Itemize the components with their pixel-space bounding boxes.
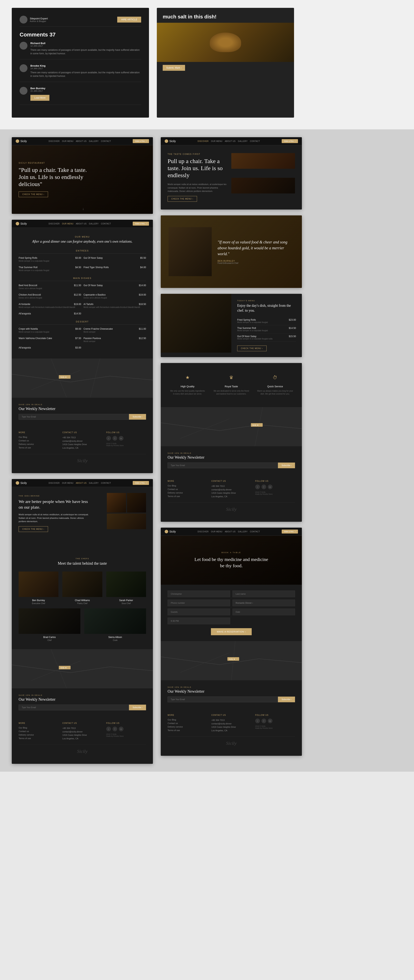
service-title: Royal Taste: [213, 385, 249, 388]
footer-link[interactable]: Delivery service: [19, 443, 59, 445]
quick-service-icon: ⏱: [271, 375, 279, 383]
footer-link[interactable]: Delivery service: [167, 725, 207, 728]
nav-about[interactable]: About Us: [76, 482, 87, 484]
nav-gallery[interactable]: Gallery: [89, 140, 99, 142]
check-menu-button[interactable]: Check the menu ›: [167, 196, 197, 202]
nav-discover[interactable]: Discover: [49, 482, 60, 484]
footer-link[interactable]: Our Blog: [19, 727, 59, 729]
nav-cta[interactable]: Make a Res.. ›: [133, 222, 149, 226]
nav-contact[interactable]: Contact: [101, 482, 111, 484]
facebook-icon[interactable]: f: [113, 727, 117, 731]
check-menu-button[interactable]: Check the menu ›: [237, 345, 267, 351]
nav-discover[interactable]: Discover: [49, 223, 60, 225]
nav-cta[interactable]: Make a Res.. ›: [133, 139, 149, 143]
footer-link[interactable]: Contact us: [19, 730, 59, 732]
author-avatar: [20, 16, 27, 24]
subscribe-button[interactable]: Subscribe ›: [278, 697, 295, 702]
footer-link[interactable]: Contact us: [19, 439, 59, 442]
make-reservation-button[interactable]: Make a Reservation ›: [211, 628, 252, 635]
submit-button[interactable]: Submit, Mark ›: [163, 65, 185, 71]
newsletter-input[interactable]: [167, 697, 278, 702]
phone-input[interactable]: [167, 600, 230, 606]
nav-menu[interactable]: Our Menu: [211, 140, 222, 142]
nav-menu[interactable]: Our Menu: [62, 482, 73, 484]
footer-link[interactable]: Our Blog: [19, 436, 59, 438]
footer-link[interactable]: Terms of use: [167, 729, 207, 732]
nav-menu[interactable]: Our Menu: [62, 140, 73, 142]
nav-cta[interactable]: Make a Res.. ›: [282, 139, 298, 143]
twitter-icon[interactable]: t: [255, 719, 260, 723]
nav-contact[interactable]: Contact: [250, 140, 260, 142]
footer-link[interactable]: Terms of use: [19, 447, 59, 449]
footer-link[interactable]: Delivery service: [19, 733, 59, 736]
commenter-avatar: [20, 87, 27, 95]
footer-link[interactable]: Contact us: [167, 488, 207, 490]
nav-contact[interactable]: Contact: [250, 531, 260, 533]
main-content: Sicily Discover Our Menu About Us Galler…: [0, 129, 414, 772]
instagram-icon[interactable]: in: [119, 436, 124, 441]
subscribe-button[interactable]: Subscribe ›: [278, 463, 295, 468]
team-name: Chad Williams: [62, 599, 102, 602]
item-price: $7.50: [75, 337, 81, 340]
nav-cta[interactable]: Make a Res.. ›: [282, 530, 298, 533]
nav-cta[interactable]: Make a Res.. ›: [133, 481, 149, 485]
team-role: Chef: [19, 639, 80, 641]
nav-contact[interactable]: Contact: [101, 140, 111, 142]
nav-gallery[interactable]: Gallery: [89, 482, 99, 484]
newsletter-input[interactable]: [19, 414, 129, 420]
date-input[interactable]: [232, 609, 295, 615]
newsletter-label: Save 15% In deals: [19, 694, 146, 696]
subscribe-button[interactable]: Subscribe ›: [129, 414, 146, 420]
instagram-icon[interactable]: in: [268, 719, 272, 723]
newsletter-input[interactable]: [167, 463, 278, 468]
nav-about[interactable]: About Us: [76, 223, 87, 225]
nav-menu[interactable]: Our Menu: [211, 531, 222, 533]
nav-gallery[interactable]: Gallery: [238, 140, 248, 142]
nav-about[interactable]: About Us: [225, 140, 236, 142]
romantic-dinner-select[interactable]: Romantic Dinner ›: [232, 600, 295, 606]
twitter-icon[interactable]: t: [106, 436, 111, 441]
newsletter-input[interactable]: [19, 705, 129, 710]
footer-link[interactable]: Contact us: [167, 722, 207, 724]
nav-gallery[interactable]: Gallery: [89, 223, 99, 225]
time-input[interactable]: [167, 617, 230, 624]
instagram-icon[interactable]: in: [119, 727, 124, 731]
footer-copy: 2016 © SicilyMade by Rovela Store: [255, 725, 295, 729]
subscribe-button[interactable]: Subscribe ›: [129, 705, 146, 710]
footer-link[interactable]: Our Blog: [167, 485, 207, 487]
nav-discover[interactable]: Discover: [49, 140, 60, 142]
facebook-icon[interactable]: f: [113, 436, 117, 441]
comment-content: Brooke King 14 JAN 2017 There are many v…: [30, 64, 141, 78]
nav-discover[interactable]: Discover: [197, 140, 209, 142]
facebook-icon[interactable]: f: [261, 485, 266, 489]
nav-contact[interactable]: Contact: [101, 223, 111, 225]
check-menu-button[interactable]: Check the menu ›: [19, 526, 48, 532]
twitter-icon[interactable]: t: [106, 727, 111, 731]
item-name: Creme Fraiche Cheesecake: [83, 328, 113, 330]
load-more-button[interactable]: Load More: [30, 95, 49, 101]
footer-link[interactable]: Terms of use: [167, 495, 207, 498]
footer-link[interactable]: Terms of use: [19, 737, 59, 740]
nav-about[interactable]: About Us: [225, 531, 236, 533]
nav-discover[interactable]: Discover: [197, 531, 209, 533]
nav-about[interactable]: About Us: [76, 140, 87, 142]
facebook-icon[interactable]: f: [261, 719, 266, 723]
team-photo: [84, 608, 146, 634]
last-name-input[interactable]: [232, 590, 295, 597]
twitter-icon[interactable]: t: [255, 485, 260, 489]
footer-link[interactable]: Delivery service: [167, 492, 207, 494]
guests-input[interactable]: [167, 609, 230, 615]
item-price: $5.50: [140, 256, 146, 259]
logo-text: Sicily: [21, 222, 27, 225]
nav-menu[interactable]: Our Menu: [62, 223, 73, 225]
hire-article-button[interactable]: HIRE ARTICLE: [117, 17, 141, 22]
instagram-icon[interactable]: in: [268, 485, 272, 489]
check-menu-button[interactable]: Check the menu ›: [19, 191, 48, 197]
comment-meta: 15 JAN 2017: [30, 90, 141, 92]
first-name-input[interactable]: [167, 590, 230, 597]
site-nav: Sicily Discover Our Menu About Us Galler…: [161, 528, 302, 536]
nav-gallery[interactable]: Gallery: [238, 531, 248, 533]
item-price: $11.50: [74, 284, 81, 287]
item-price: $12.50: [139, 337, 146, 340]
footer-link[interactable]: Our Blog: [167, 719, 207, 721]
